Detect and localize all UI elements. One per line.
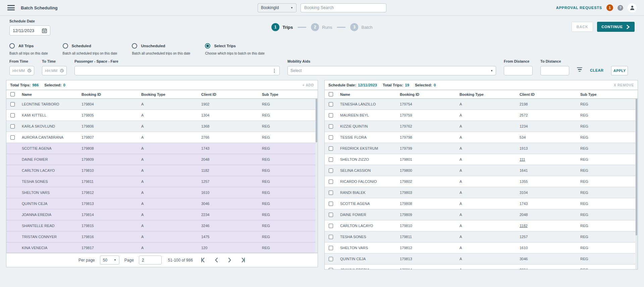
- trip-mode-scheduled[interactable]: ScheduledBatch all scheduled trips on th…: [63, 43, 117, 55]
- row-checkbox[interactable]: [10, 124, 15, 129]
- row-checkbox[interactable]: [329, 180, 333, 184]
- row-checkbox[interactable]: [329, 168, 333, 173]
- table-row[interactable]: TRISTAN CONNYER179816A1475REG: [6, 231, 318, 242]
- table-row[interactable]: SHELTON ZIZZO179801A111REG: [325, 154, 638, 165]
- table-row[interactable]: SHELTON VARS179812A1610REG: [325, 242, 638, 254]
- row-checkbox[interactable]: [10, 135, 15, 140]
- to-distance-input[interactable]: [540, 66, 569, 75]
- dropdown-caret-icon: ▼: [290, 6, 293, 9]
- radio-icon[interactable]: [63, 43, 68, 49]
- row-checkbox[interactable]: [329, 135, 333, 140]
- apply-filters-button[interactable]: APPLY: [611, 66, 628, 75]
- table-row[interactable]: CARLTON LACAYO179810A1182REG: [325, 220, 638, 231]
- table-row[interactable]: JOANNA EREDIA179814A2234REG: [6, 209, 318, 220]
- booking-search-input[interactable]: [301, 3, 386, 12]
- search-type-select[interactable]: BookingId ▼: [258, 3, 297, 12]
- table-row[interactable]: SCOTTIE AGENA179808A1743REG: [325, 198, 638, 209]
- table-row[interactable]: DAINE FOWER179809A2048REG: [6, 154, 318, 165]
- radio-icon[interactable]: [132, 43, 137, 49]
- table-row[interactable]: DAINE FOWER179809A2048REG: [325, 209, 638, 220]
- row-checkbox[interactable]: [10, 102, 15, 106]
- prev-page-icon[interactable]: [214, 257, 219, 263]
- row-checkbox[interactable]: [329, 124, 333, 129]
- row-checkbox[interactable]: [329, 102, 333, 106]
- column-header-sub-type: Sub Type: [259, 92, 318, 96]
- table-row[interactable]: SHANTELLE READ179815A3246REG: [6, 220, 318, 231]
- cell-booking-type: A: [456, 235, 516, 239]
- cell-client-id[interactable]: 1182: [516, 224, 577, 228]
- page-number-input[interactable]: [139, 256, 162, 265]
- radio-icon[interactable]: [9, 43, 15, 49]
- step-trips[interactable]: 1 Trips: [271, 23, 293, 31]
- calendar-icon[interactable]: [42, 28, 47, 33]
- filter-list-icon[interactable]: [577, 67, 582, 72]
- row-checkbox[interactable]: [329, 257, 333, 261]
- row-checkbox[interactable]: [329, 268, 333, 270]
- per-page-select[interactable]: 50 ▼: [100, 256, 119, 265]
- first-page-icon[interactable]: [201, 257, 206, 263]
- question-help-icon[interactable]: ?: [618, 5, 623, 11]
- table-row[interactable]: TESHA SONES179811A1257REG: [6, 176, 318, 187]
- row-checkbox[interactable]: [329, 202, 333, 206]
- table-row[interactable]: QUINTIN CEJA179813A3046REG: [6, 198, 318, 209]
- user-avatar-icon[interactable]: [628, 3, 637, 12]
- from-distance-input[interactable]: [504, 66, 533, 75]
- kebab-menu-icon[interactable]: ⋮: [272, 68, 277, 73]
- row-checkbox[interactable]: [329, 113, 333, 118]
- mobility-aids-select[interactable]: Select ▼: [287, 66, 496, 75]
- table-row[interactable]: RICARDO FALCONIO179802A1355REG: [325, 176, 638, 187]
- table-row[interactable]: SCOTTIE AGENA179808A1743REG: [6, 143, 318, 154]
- row-checkbox[interactable]: [329, 191, 333, 195]
- back-button[interactable]: BACK: [572, 22, 593, 32]
- cell-booking-id: 179813: [396, 257, 456, 261]
- table-row[interactable]: JOANNA EREDIA179814A2234REG: [325, 265, 638, 270]
- table-row[interactable]: TESSIE FLORA179798A534REG: [325, 132, 638, 143]
- left-table-scrollbar[interactable]: [315, 99, 318, 253]
- next-page-icon[interactable]: [227, 257, 232, 263]
- table-row[interactable]: CARLTON LACAYO179810A1182REG: [6, 165, 318, 176]
- select-all-checkbox[interactable]: [10, 92, 15, 96]
- approval-requests-link[interactable]: APPROVAL REQUESTS: [556, 6, 602, 10]
- schedule-date-input[interactable]: 12/11/2023: [9, 25, 50, 35]
- continue-button[interactable]: CONTINUE: [597, 22, 635, 32]
- row-checkbox[interactable]: [10, 113, 15, 118]
- table-row[interactable]: SHELTON VARS179812A1610REG: [6, 187, 318, 198]
- row-checkbox[interactable]: [329, 224, 333, 228]
- step-runs[interactable]: 2 Runs: [311, 23, 332, 31]
- remove-trips-button[interactable]: X REMOVE: [614, 83, 634, 87]
- row-checkbox[interactable]: [329, 235, 333, 239]
- row-checkbox[interactable]: [329, 146, 333, 151]
- table-row[interactable]: TESHA SONES179811A1257REG: [325, 231, 638, 242]
- trip-mode-unscheduled[interactable]: UnscheduledBatch all unscheduled trips o…: [132, 43, 190, 55]
- clear-filters-button[interactable]: CLEAR: [590, 68, 603, 72]
- select-all-checkbox[interactable]: [329, 92, 333, 96]
- right-table-scrollbar[interactable]: [635, 99, 638, 270]
- row-checkbox[interactable]: [329, 213, 333, 217]
- passenger-space-fare-input[interactable]: ⋮: [74, 66, 280, 75]
- from-time-input[interactable]: [9, 66, 34, 75]
- table-row[interactable]: SELINA CASSION179800A1641REG: [325, 165, 638, 176]
- table-row[interactable]: RANDI BIALEK179803A3104REG: [325, 187, 638, 198]
- table-row[interactable]: KARLA SKOVLUND179806A1368REG: [6, 121, 318, 132]
- trip-mode-select-trips[interactable]: Select TripsChoose which trips to batch …: [205, 43, 264, 55]
- row-checkbox[interactable]: [329, 246, 333, 250]
- cell-sub-type: REG: [259, 224, 318, 228]
- to-time-input[interactable]: [42, 66, 67, 75]
- last-page-icon[interactable]: [240, 257, 246, 263]
- table-row[interactable]: KIZZIE QUINTIN179762A1234REG: [325, 121, 638, 132]
- table-row[interactable]: KINA VENECIA179817A120REG: [6, 242, 318, 253]
- menu-icon[interactable]: [7, 5, 15, 10]
- cell-client-id[interactable]: 111: [516, 157, 577, 161]
- table-row[interactable]: QUINTIN CEJA179813A3046REG: [325, 254, 638, 265]
- table-row[interactable]: MAUREEN BEYL179759A2572REG: [325, 110, 638, 121]
- table-row[interactable]: KAMI KITTELL179805A1304REG: [6, 110, 318, 121]
- table-row[interactable]: AURORA CANTABRANA179807A2766REG: [6, 132, 318, 143]
- row-checkbox[interactable]: [329, 157, 333, 162]
- table-row[interactable]: LEONTINE TARBORO179804A1902REG: [6, 99, 318, 110]
- table-row[interactable]: FREDRICK EKSTRUM179799A1913REG: [325, 143, 638, 154]
- step-batch[interactable]: 3 Batch: [351, 23, 373, 31]
- radio-icon[interactable]: [205, 43, 210, 49]
- table-row[interactable]: TENESHA LANZILLO179754A2198REG: [325, 99, 638, 110]
- add-trips-button[interactable]: + ADD: [303, 83, 314, 87]
- trip-mode-all-trips[interactable]: All TripsBatch all trips on this date: [9, 43, 48, 55]
